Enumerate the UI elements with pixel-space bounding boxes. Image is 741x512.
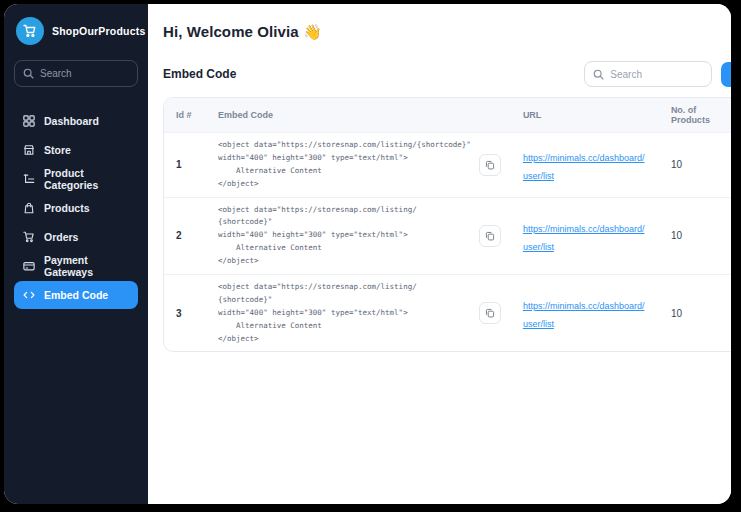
embed-code-text: <object data="https://storesnap.com/list… (218, 204, 471, 268)
orders-icon (23, 231, 35, 243)
table-header-row: Id # Embed Code URL No. of Products Stat… (164, 98, 731, 132)
row-id: 1 (164, 153, 206, 176)
add-new-code-button[interactable]: Add New Code (721, 62, 731, 87)
sidebar-item-label: Dashboard (44, 115, 99, 127)
copy-icon[interactable] (479, 225, 501, 247)
copy-icon[interactable] (479, 154, 501, 176)
sidebar-item-products[interactable]: Products (14, 194, 138, 222)
brand: ShopOurProducts (14, 17, 138, 45)
sidebar: ShopOurProducts Dashboard (4, 4, 148, 504)
row-id: 2 (164, 224, 206, 247)
embed-code-text: <object data="https://storesnap.com/list… (218, 139, 471, 191)
dashboard-icon (23, 115, 35, 127)
embed-code-cell: <object data="https://storesnap.com/list… (206, 198, 511, 274)
table-row: 3 <object data="https://storesnap.com/li… (164, 274, 731, 351)
main-content: Hi, Welcome Olivia 👋 Embed Code Add New … (148, 4, 731, 504)
row-url-link[interactable]: https://minimals.cc/dashboard/user/list (523, 301, 645, 329)
sidebar-item-product-categories[interactable]: Product Categories (14, 165, 138, 193)
sidebar-item-payment-gateways[interactable]: Payment Gateways (14, 252, 138, 280)
copy-icon[interactable] (479, 302, 501, 324)
sidebar-nav: Dashboard Store Product Categories (14, 107, 138, 309)
row-id: 3 (164, 302, 206, 325)
column-header-products: No. of Products (659, 98, 731, 132)
payment-icon (23, 260, 35, 272)
store-icon (23, 144, 35, 156)
section-header: Embed Code Add New Code (163, 61, 731, 87)
sidebar-item-label: Payment Gateways (44, 254, 129, 278)
column-header-embed-code: Embed Code (206, 103, 511, 127)
column-header-id: Id # (164, 103, 206, 127)
sidebar-item-dashboard[interactable]: Dashboard (14, 107, 138, 135)
row-url-link[interactable]: https://minimals.cc/dashboard/user/list (523, 153, 645, 181)
table-row: 2 <object data="https://storesnap.com/li… (164, 197, 731, 274)
sidebar-item-label: Store (44, 144, 71, 156)
brand-name: ShopOurProducts (52, 25, 145, 37)
table-row: 1 <object data="https://storesnap.com/li… (164, 132, 731, 197)
row-products-count: 10 (659, 224, 731, 247)
sidebar-search-input[interactable] (40, 68, 129, 79)
page-greeting: Hi, Welcome Olivia 👋 (163, 23, 322, 41)
code-icon (23, 289, 35, 301)
column-header-url: URL (511, 103, 659, 127)
sidebar-item-store[interactable]: Store (14, 136, 138, 164)
embed-code-cell: <object data="https://storesnap.com/list… (206, 275, 511, 351)
app-window: ShopOurProducts Dashboard (4, 4, 731, 504)
search-icon (593, 69, 604, 80)
embed-code-table: Id # Embed Code URL No. of Products Stat… (163, 97, 731, 352)
sidebar-item-label: Products (44, 202, 90, 214)
sidebar-item-label: Embed Code (44, 289, 108, 301)
products-icon (23, 202, 35, 214)
sidebar-item-label: Product Categories (44, 167, 129, 191)
cart-logo-icon (16, 17, 44, 45)
table-search-input[interactable] (610, 69, 703, 80)
sidebar-item-label: Orders (44, 231, 78, 243)
sidebar-item-orders[interactable]: Orders (14, 223, 138, 251)
table-search[interactable] (584, 61, 712, 87)
sidebar-search[interactable] (14, 60, 138, 87)
search-icon (23, 68, 34, 79)
sidebar-item-embed-code[interactable]: Embed Code (14, 281, 138, 309)
embed-code-cell: <object data="https://storesnap.com/list… (206, 133, 511, 197)
row-products-count: 10 (659, 302, 731, 325)
section-title: Embed Code (163, 67, 584, 81)
row-url-link[interactable]: https://minimals.cc/dashboard/user/list (523, 224, 645, 252)
categories-icon (23, 173, 35, 185)
embed-code-text: <object data="https://storesnap.com/list… (218, 281, 471, 345)
topbar: Hi, Welcome Olivia 👋 (163, 19, 731, 44)
row-products-count: 10 (659, 153, 731, 176)
